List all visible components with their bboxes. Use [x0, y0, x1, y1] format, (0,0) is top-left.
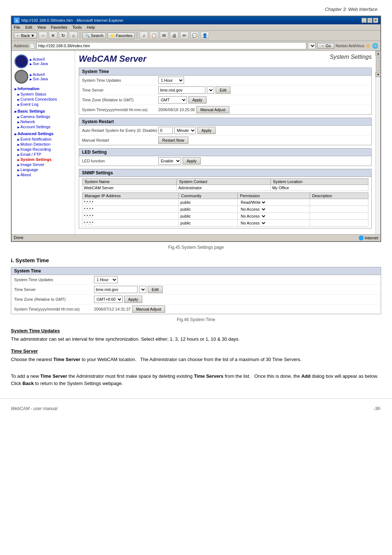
sidebar-group-information[interactable]: Information [12, 86, 75, 92]
snmp-section: SNMP Settings System Name System Contact… [79, 169, 372, 228]
manual-adjust-btn[interactable]: Manual Adjust [196, 106, 229, 113]
camera-item-2: ActiveX Sun Java [12, 69, 75, 84]
address-dropdown[interactable] [308, 42, 316, 49]
edit-time-server-btn[interactable]: Edit [216, 86, 230, 94]
fig46-input-timeserver[interactable] [94, 286, 138, 293]
snmp-row-3: *.*.*.* public Read/Write No Access [82, 213, 368, 220]
scroll-down-btn[interactable]: ▼ [376, 72, 381, 77]
sidebar-item-about[interactable]: About [12, 172, 75, 177]
scroll-thumb[interactable] [376, 57, 380, 71]
print-btn[interactable]: 🖨 [170, 32, 179, 40]
select-permission-2[interactable]: Read/Write No Access [239, 207, 266, 212]
fig46-select-updates[interactable]: 1 Hour 3 Hours [94, 276, 118, 283]
label-auto-restart: Auto Restart System for Every (0: Disabl… [82, 128, 158, 133]
restart-now-btn[interactable]: Restart Now [158, 137, 188, 144]
edit-btn[interactable]: ✏ [180, 32, 189, 40]
sidebar-item-camera-settings[interactable]: Camera Settings [12, 114, 75, 119]
select-system-time-updates[interactable]: 1 Hour 3 Hours 12 Hours 1 Day [158, 77, 184, 84]
snmp-community-1: public [179, 199, 238, 206]
menu-help[interactable]: Help [87, 25, 95, 29]
system-settings-label: System Settings [330, 54, 372, 60]
apply-auto-restart-btn[interactable]: Apply [197, 127, 216, 134]
sidebar-item-image-server[interactable]: Image Server [12, 162, 75, 167]
refresh-button[interactable]: ↻ [59, 32, 68, 40]
scrollbar[interactable]: ▲ ▼ [375, 51, 380, 234]
browser-menubar: File Edit View Favorites Tools Help [12, 24, 380, 31]
select-led-function[interactable]: Enable Disable [158, 157, 181, 165]
sidebar-group-basic[interactable]: Basic Settings [12, 108, 75, 114]
sidebar-item-account-settings[interactable]: Account Settings [12, 124, 75, 129]
system-time-section: System Time System Time Updates 1 Hour 3… [79, 68, 372, 115]
menu-file[interactable]: File [14, 25, 20, 29]
menu-view[interactable]: View [37, 25, 46, 29]
apply-time-zone-btn[interactable]: Apply [188, 96, 207, 104]
window-controls[interactable]: _ □ ✕ [362, 18, 378, 23]
sidebar-item-system-settings[interactable]: System Settings [12, 157, 75, 162]
media-btn[interactable]: ♪ [139, 32, 148, 40]
sidebar-item-image-recording[interactable]: Image Recording [12, 147, 75, 152]
back-button[interactable]: ← Back ▼ [14, 32, 37, 39]
row-manual-restart: Manual Restart Restart Now [79, 135, 371, 145]
sidebar-item-event-log[interactable]: Event Log [12, 102, 75, 107]
favorites-button[interactable]: ⭐ Favorites [107, 32, 135, 39]
forward-button[interactable]: → [38, 32, 47, 40]
menu-tools[interactable]: Tools [73, 25, 82, 29]
fig46-system-time-table: System Time System Time Updates 1 Hour 3… [11, 267, 381, 314]
messenger-btn[interactable]: 👤 [200, 32, 209, 40]
search-button[interactable]: 🔍 Search [82, 32, 106, 39]
camera1-java[interactable]: Sun Java [30, 62, 48, 66]
close-btn[interactable]: ✕ [373, 18, 378, 23]
select-time-server[interactable] [207, 86, 214, 94]
input-time-server[interactable] [158, 86, 205, 94]
fig46-manual-adjust-btn[interactable]: Manual Adjust [132, 305, 165, 313]
home-button[interactable]: ⌂ [69, 32, 78, 40]
sidebar-item-language[interactable]: Language [12, 167, 75, 172]
scroll-up-btn[interactable]: ▲ [376, 51, 381, 56]
snmp-col-permission: Permission [238, 193, 310, 199]
menu-edit[interactable]: Edit [25, 25, 32, 29]
discuss-btn[interactable]: 💬 [190, 32, 199, 40]
snmp-table-container: Manager IP Address Community Permission … [79, 193, 371, 228]
system-restart-title: System Restart [79, 118, 371, 126]
camera1-activex[interactable]: ActiveX [30, 57, 48, 61]
address-input[interactable] [36, 42, 306, 49]
control-time-zone: GMT GMT+8:00 Apply [158, 96, 368, 104]
menu-favorites[interactable]: Favorites [51, 25, 67, 29]
select-time-zone[interactable]: GMT GMT+8:00 [158, 96, 187, 104]
select-permission-1[interactable]: Read/Write No Access [239, 200, 266, 205]
go-button[interactable]: → Go [317, 43, 334, 49]
sidebar-group-advanced[interactable]: Advanced Settings [12, 131, 75, 137]
fig46-select-timeserver[interactable] [139, 286, 146, 293]
sidebar-item-current-connections[interactable]: Current Connections [12, 97, 75, 102]
mail-btn[interactable]: ✉ [160, 32, 168, 40]
fig46-edit-btn[interactable]: Edit [148, 286, 163, 293]
sidebar-item-email-ftp[interactable]: Email / FTP [12, 152, 75, 157]
row-time-server: Time Server Edit [79, 85, 371, 95]
input-auto-restart[interactable] [158, 127, 173, 134]
footer-left: WebCAM - user manual [11, 406, 57, 411]
select-restart-unit[interactable]: Minute Hour Day [174, 127, 196, 134]
apply-led-btn[interactable]: Apply [183, 157, 201, 165]
sidebar-item-event-notification[interactable]: Event Notification [12, 137, 75, 142]
select-permission-3[interactable]: Read/Write No Access [239, 214, 266, 219]
body-system-time-updates: The administrator can set an interval fo… [11, 336, 381, 343]
address-page-icon: 📄 [30, 44, 35, 48]
snmp-desc-3 [310, 213, 368, 220]
camera2-java[interactable]: Sun Java [30, 77, 48, 81]
browser-window: e http://192.168.0.38/index.htm - Micros… [11, 16, 381, 242]
sidebar-item-motion-detection[interactable]: Motion Detection [12, 142, 75, 147]
fig46-apply-btn[interactable]: Apply [124, 296, 142, 303]
label-led-function: LED function [82, 159, 158, 163]
snmp-info-table: System Name System Contact System Locati… [82, 178, 368, 191]
history-btn[interactable]: 📋 [150, 32, 158, 40]
snmp-permission-3: Read/Write No Access [238, 213, 310, 220]
select-permission-4[interactable]: Read/Write No Access [239, 220, 266, 226]
fig46-select-timezone[interactable]: GMT+8:00 GMT [94, 296, 123, 303]
time-server-heading-text: Time Server [11, 348, 38, 354]
sidebar-item-network[interactable]: Network [12, 119, 75, 124]
minimize-btn[interactable]: _ [362, 18, 367, 23]
maximize-btn[interactable]: □ [367, 18, 372, 23]
camera2-activex[interactable]: ActiveX [30, 73, 48, 77]
sidebar-item-system-status[interactable]: System Status [12, 92, 75, 97]
stop-button[interactable]: ✕ [49, 32, 57, 40]
